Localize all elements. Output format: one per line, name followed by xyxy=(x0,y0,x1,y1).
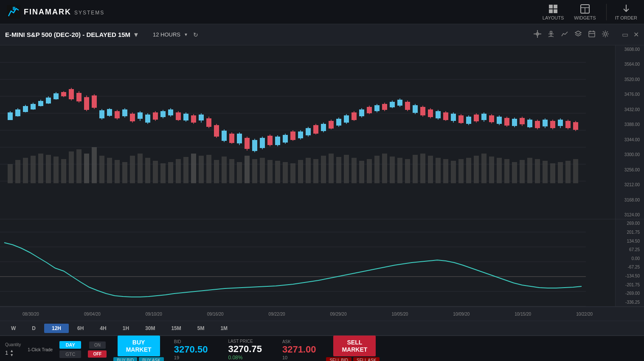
svg-rect-48 xyxy=(122,162,127,183)
anchor-icon[interactable] xyxy=(547,30,555,39)
svg-rect-43 xyxy=(84,154,89,183)
symbol-title: E-MINI S&P 500 (DEC-20) - DELAYED 15M ▼ xyxy=(5,31,139,38)
tf-tab-1m[interactable]: 1M xyxy=(213,324,235,333)
svg-rect-62 xyxy=(229,159,234,183)
symbol-dropdown-icon[interactable]: ▼ xyxy=(133,31,139,38)
buy-market-button[interactable]: BUYMARKET xyxy=(118,336,160,357)
svg-rect-73 xyxy=(313,159,318,183)
last-price-pct: 0.08% xyxy=(228,355,262,361)
svg-rect-145 xyxy=(145,115,150,123)
svg-rect-85 xyxy=(405,159,410,183)
svg-rect-163 xyxy=(214,125,219,137)
svg-rect-245 xyxy=(527,120,532,127)
svg-rect-89 xyxy=(436,158,441,183)
tf-tab-d[interactable]: D xyxy=(24,324,43,333)
gtc-button[interactable]: GTC xyxy=(59,350,81,358)
minimize-icon[interactable]: ▭ xyxy=(622,31,628,39)
layers-icon[interactable] xyxy=(574,30,582,39)
bottom-order-bar: Quantity 1 ▲▼ 1-Click Trade DAY GTC ON O… xyxy=(0,336,644,361)
svg-rect-155 xyxy=(183,114,188,120)
svg-rect-71 xyxy=(298,160,303,183)
sell-bid-button[interactable]: SELL BID xyxy=(326,357,352,361)
svg-rect-38 xyxy=(46,155,51,183)
timeframe-dropdown-icon[interactable]: ▼ xyxy=(184,32,188,37)
order-button[interactable]: IT ORDER xyxy=(606,4,637,20)
tf-tab-1h[interactable]: 1H xyxy=(115,324,137,333)
onoff-area: ON OFF xyxy=(88,341,107,358)
svg-rect-137 xyxy=(115,111,120,118)
widgets-label: WIDGETS xyxy=(574,15,596,20)
tf-tab-4h[interactable]: 4H xyxy=(92,324,114,333)
date-label-1: 08/30/20 xyxy=(0,312,62,316)
logo-subtext: SYSTEMS xyxy=(74,10,104,16)
buy-bid-button[interactable]: BUY BID xyxy=(113,357,137,361)
svg-rect-159 xyxy=(199,115,204,120)
svg-rect-34 xyxy=(15,160,20,183)
svg-rect-219 xyxy=(428,109,433,117)
timeframe-selector: 12 HOURS ▼ ↻ xyxy=(153,31,198,38)
svg-rect-35 xyxy=(23,158,28,183)
svg-rect-235 xyxy=(489,115,494,122)
settings-icon[interactable] xyxy=(602,30,609,39)
svg-rect-237 xyxy=(497,117,502,124)
on-button[interactable]: ON xyxy=(89,341,106,349)
quantity-label: Quantity xyxy=(5,342,21,347)
tf-tab-12h[interactable]: 12H xyxy=(44,324,69,333)
tf-tab-30m[interactable]: 30M xyxy=(138,324,163,333)
svg-rect-60 xyxy=(214,160,219,183)
svg-rect-231 xyxy=(474,115,479,121)
svg-rect-199 xyxy=(352,112,357,120)
refresh-icon[interactable]: ↻ xyxy=(193,31,198,38)
svg-rect-187 xyxy=(306,128,311,135)
svg-rect-129 xyxy=(84,97,89,110)
calendar-icon[interactable] xyxy=(588,30,596,39)
svg-rect-95 xyxy=(481,154,487,183)
last-price-area: LAST PRICE 3270.75 0.08% xyxy=(228,339,262,361)
close-icon[interactable]: ✕ xyxy=(633,31,639,39)
day-button[interactable]: DAY xyxy=(59,341,81,349)
bid-size: 19 xyxy=(174,355,208,360)
layouts-button[interactable]: LAYOUTS xyxy=(543,4,564,20)
widgets-button[interactable]: WIDGETS xyxy=(574,4,596,20)
svg-rect-161 xyxy=(206,118,211,127)
svg-rect-77 xyxy=(344,155,349,183)
svg-rect-81 xyxy=(374,156,380,183)
buy-ask-button[interactable]: BUY ASK xyxy=(139,357,164,361)
date-label-10: 10/22/20 xyxy=(554,312,615,316)
tf-tab-w[interactable]: W xyxy=(3,324,23,333)
svg-rect-119 xyxy=(46,98,51,104)
svg-rect-179 xyxy=(275,137,280,145)
timeframe-label[interactable]: 12 HOURS xyxy=(153,31,180,38)
logo-icon xyxy=(7,5,20,19)
date-label-4: 09/16/20 xyxy=(185,312,246,316)
svg-rect-67 xyxy=(267,160,273,183)
buy-market-area: BUYMARKET BUY BID BUY ASK xyxy=(113,336,163,361)
line-chart-icon[interactable] xyxy=(561,30,568,39)
off-button[interactable]: OFF xyxy=(88,350,107,358)
quantity-input[interactable]: 1 ▲▼ xyxy=(5,349,21,357)
tf-tab-6h[interactable]: 6H xyxy=(70,324,91,333)
svg-rect-33 xyxy=(8,164,13,183)
sell-ask-button[interactable]: SELL ASK xyxy=(353,357,380,361)
svg-rect-257 xyxy=(573,122,578,130)
svg-rect-177 xyxy=(267,136,273,145)
tf-tab-15m[interactable]: 15M xyxy=(163,324,188,333)
svg-rect-84 xyxy=(397,158,402,183)
svg-rect-153 xyxy=(176,112,181,120)
crosshair-icon[interactable] xyxy=(534,30,541,39)
svg-rect-203 xyxy=(367,107,372,113)
candlestick-chart: 3608.00 3564.00 3520.00 3476.00 3432.00 … xyxy=(0,45,644,219)
svg-rect-169 xyxy=(237,134,242,143)
svg-rect-93 xyxy=(466,158,471,183)
svg-rect-141 xyxy=(130,114,135,121)
tf-tab-5m[interactable]: 5M xyxy=(190,324,212,333)
svg-rect-181 xyxy=(283,135,288,143)
svg-rect-241 xyxy=(512,119,517,126)
quantity-stepper[interactable]: ▲▼ xyxy=(10,349,14,357)
svg-rect-255 xyxy=(565,121,571,128)
svg-rect-173 xyxy=(252,140,257,151)
svg-rect-107 xyxy=(573,159,578,183)
sell-market-button[interactable]: SELLMARKET xyxy=(333,336,376,357)
svg-rect-115 xyxy=(31,104,36,109)
bid-value: 3270.50 xyxy=(174,344,208,355)
